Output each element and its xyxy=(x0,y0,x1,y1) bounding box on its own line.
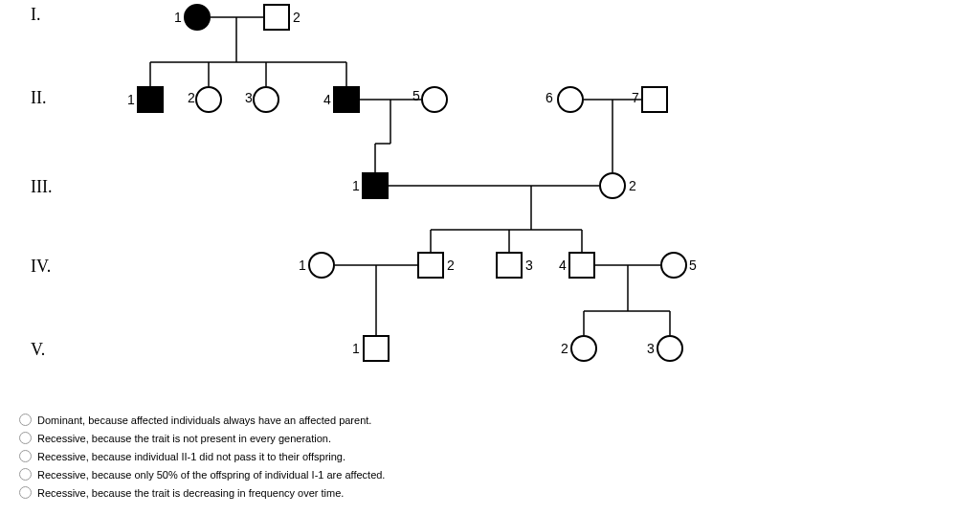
person-II-7 xyxy=(641,86,668,113)
option-e[interactable]: Recessive, because the trait is decreasi… xyxy=(19,486,385,499)
option-a[interactable]: Dominant, because affected individuals a… xyxy=(19,414,385,426)
person-label-IV-1: 1 xyxy=(299,258,306,273)
person-V-1 xyxy=(363,335,390,362)
person-V-3 xyxy=(657,335,683,362)
person-II-2 xyxy=(195,86,222,113)
option-text: Recessive, because the trait is not pres… xyxy=(37,433,331,444)
radio-icon xyxy=(19,450,32,462)
person-IV-5 xyxy=(660,252,687,279)
person-label-II-7: 7 xyxy=(632,90,639,105)
person-label-I-2: 2 xyxy=(293,10,301,25)
person-label-II-4: 4 xyxy=(323,92,331,107)
gen-label-5: V. xyxy=(31,340,45,360)
person-II-6 xyxy=(557,86,584,113)
radio-icon xyxy=(19,486,32,499)
person-II-5 xyxy=(421,86,448,113)
person-I-2 xyxy=(263,4,290,31)
person-label-II-5: 5 xyxy=(412,88,420,103)
option-text: Dominant, because affected individuals a… xyxy=(37,414,371,426)
option-d[interactable]: Recessive, because only 50% of the offsp… xyxy=(19,468,385,481)
person-label-IV-4: 4 xyxy=(559,258,567,273)
person-II-3 xyxy=(253,86,279,113)
person-label-II-1: 1 xyxy=(127,92,135,107)
person-IV-4 xyxy=(568,252,595,279)
gen-label-1: I. xyxy=(31,5,41,25)
option-c[interactable]: Recessive, because individual II-1 did n… xyxy=(19,450,385,462)
answer-options: Dominant, because affected individuals a… xyxy=(19,414,385,504)
person-label-III-2: 2 xyxy=(629,178,636,193)
person-label-V-3: 3 xyxy=(647,341,655,356)
gen-label-3: III. xyxy=(31,177,52,197)
gen-label-2: II. xyxy=(31,88,47,108)
person-label-V-2: 2 xyxy=(561,341,568,356)
radio-icon xyxy=(19,414,32,426)
person-IV-3 xyxy=(496,252,523,279)
option-text: Recessive, because individual II-1 did n… xyxy=(37,451,345,462)
person-II-4 xyxy=(333,86,360,113)
person-IV-1 xyxy=(308,252,335,279)
person-label-II-6: 6 xyxy=(546,90,553,105)
person-II-1 xyxy=(137,86,164,113)
option-text: Recessive, because only 50% of the offsp… xyxy=(37,469,385,481)
person-label-III-1: 1 xyxy=(352,178,360,193)
person-IV-2 xyxy=(417,252,444,279)
pedigree-lines xyxy=(0,0,980,421)
person-label-IV-5: 5 xyxy=(689,258,697,273)
radio-icon xyxy=(19,432,32,444)
person-V-2 xyxy=(570,335,597,362)
person-label-II-2: 2 xyxy=(188,90,195,105)
person-label-V-1: 1 xyxy=(352,341,360,356)
option-text: Recessive, because the trait is decreasi… xyxy=(37,487,344,499)
person-III-1 xyxy=(362,172,389,199)
person-III-2 xyxy=(599,172,626,199)
person-I-1 xyxy=(184,4,211,31)
person-label-I-1: 1 xyxy=(174,10,182,25)
option-b[interactable]: Recessive, because the trait is not pres… xyxy=(19,432,385,444)
person-label-IV-3: 3 xyxy=(525,258,533,273)
radio-icon xyxy=(19,468,32,481)
person-label-II-3: 3 xyxy=(245,90,253,105)
gen-label-4: IV. xyxy=(31,257,51,277)
person-label-IV-2: 2 xyxy=(447,258,455,273)
